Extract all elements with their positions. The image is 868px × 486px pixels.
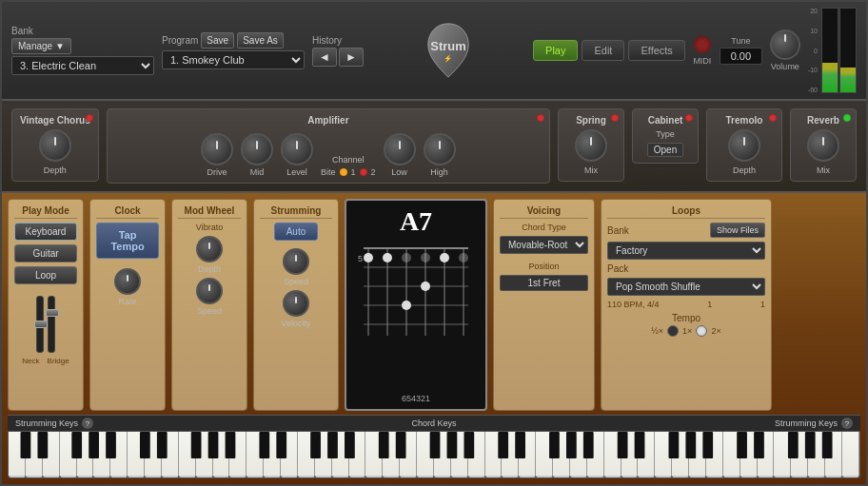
- strumming-keys-right-help[interactable]: ?: [841, 418, 853, 429]
- white-key[interactable]: [196, 432, 213, 477]
- channel-1-light[interactable]: [340, 168, 347, 176]
- bank-select[interactable]: 3. Electric Clean: [11, 56, 154, 75]
- white-key[interactable]: [264, 432, 281, 477]
- white-key[interactable]: [315, 432, 332, 477]
- white-key[interactable]: [706, 432, 723, 477]
- white-key[interactable]: [213, 432, 230, 477]
- white-key[interactable]: [604, 432, 621, 477]
- loop-mode-button[interactable]: Loop: [14, 266, 77, 284]
- program-select[interactable]: 1. Smokey Club: [162, 50, 305, 69]
- white-key[interactable]: [9, 432, 26, 477]
- amp-low-knob[interactable]: [384, 133, 416, 165]
- white-key[interactable]: [740, 432, 758, 477]
- white-key[interactable]: [655, 432, 672, 477]
- neck-slider[interactable]: [36, 296, 44, 353]
- bridge-slider[interactable]: [48, 296, 55, 353]
- reverb-mix-knob[interactable]: [807, 129, 839, 162]
- white-key[interactable]: [774, 432, 791, 477]
- vintage-chorus-depth-knob[interactable]: [39, 129, 71, 162]
- amplifier-power-light[interactable]: [537, 114, 544, 122]
- pack-select[interactable]: Pop Smooth Shuffle: [607, 278, 765, 296]
- chord-type-select[interactable]: Movable-Root: [500, 236, 588, 254]
- white-key[interactable]: [587, 432, 604, 477]
- play-button[interactable]: Play: [533, 40, 578, 61]
- amp-high-knob[interactable]: [424, 133, 456, 165]
- white-key[interactable]: [145, 432, 162, 477]
- white-key[interactable]: [128, 432, 145, 477]
- half-tempo-radio[interactable]: [667, 325, 679, 337]
- amp-mid-knob[interactable]: [241, 133, 273, 165]
- show-files-button[interactable]: Show Files: [710, 223, 765, 238]
- white-key[interactable]: [434, 432, 451, 477]
- white-key[interactable]: [519, 432, 536, 477]
- white-key[interactable]: [365, 432, 383, 477]
- white-key[interactable]: [825, 432, 842, 477]
- white-key[interactable]: [842, 432, 859, 477]
- cabinet-type-value[interactable]: Open: [647, 143, 683, 157]
- white-key[interactable]: [570, 432, 587, 477]
- clock-rate-knob[interactable]: [114, 268, 141, 295]
- tap-tempo-button[interactable]: TapTempo: [96, 223, 159, 259]
- white-key[interactable]: [383, 432, 400, 477]
- white-key[interactable]: [723, 432, 740, 477]
- channel-2-light[interactable]: [360, 168, 367, 176]
- keyboard-mode-button[interactable]: Keyboard: [14, 223, 77, 241]
- white-key[interactable]: [621, 432, 639, 477]
- amp-drive-knob[interactable]: [201, 133, 233, 165]
- edit-button[interactable]: Edit: [582, 40, 624, 61]
- white-key[interactable]: [298, 432, 315, 477]
- cabinet-power-light[interactable]: [685, 114, 693, 122]
- spring-mix-knob[interactable]: [575, 129, 607, 162]
- white-key[interactable]: [162, 432, 179, 477]
- piano-keyboard[interactable]: [8, 431, 860, 478]
- history-back-button[interactable]: ◄: [312, 48, 337, 67]
- white-key[interactable]: [485, 432, 503, 477]
- mod-speed-knob[interactable]: [196, 278, 223, 304]
- white-key[interactable]: [758, 432, 775, 477]
- white-key[interactable]: [536, 432, 553, 477]
- tremolo-depth-knob[interactable]: [728, 129, 760, 162]
- white-key[interactable]: [791, 432, 808, 477]
- loops-bank-select[interactable]: Factory: [607, 242, 765, 260]
- white-key[interactable]: [349, 432, 366, 477]
- white-key[interactable]: [689, 432, 706, 477]
- mod-depth-knob[interactable]: [196, 236, 223, 262]
- manage-button[interactable]: Manage ▼: [11, 38, 71, 54]
- reverb-power-light[interactable]: [843, 114, 851, 122]
- white-key[interactable]: [502, 432, 519, 477]
- white-key[interactable]: [229, 432, 247, 477]
- volume-knob[interactable]: [770, 29, 800, 60]
- white-key[interactable]: [451, 432, 468, 477]
- white-key[interactable]: [110, 432, 128, 477]
- strumming-keys-left-help[interactable]: ?: [82, 418, 93, 429]
- auto-button[interactable]: Auto: [274, 223, 319, 241]
- tune-input[interactable]: [720, 48, 762, 65]
- white-key[interactable]: [332, 432, 349, 477]
- guitar-mode-button[interactable]: Guitar: [14, 244, 77, 262]
- white-key[interactable]: [553, 432, 570, 477]
- white-key[interactable]: [179, 432, 196, 477]
- amp-level-knob[interactable]: [281, 133, 313, 165]
- history-forward-button[interactable]: ►: [339, 48, 364, 67]
- vintage-chorus-power-light[interactable]: [86, 114, 93, 122]
- white-key[interactable]: [400, 432, 417, 477]
- save-button[interactable]: Save: [201, 32, 234, 49]
- spring-power-light[interactable]: [611, 114, 619, 122]
- white-key[interactable]: [77, 432, 94, 477]
- strum-speed-knob[interactable]: [283, 248, 309, 275]
- save-as-button[interactable]: Save As: [237, 32, 284, 49]
- white-key[interactable]: [247, 432, 264, 477]
- white-key[interactable]: [808, 432, 825, 477]
- white-key[interactable]: [93, 432, 110, 477]
- white-key[interactable]: [281, 432, 298, 477]
- white-key[interactable]: [26, 432, 43, 477]
- one-tempo-radio[interactable]: [696, 325, 707, 337]
- tremolo-power-light[interactable]: [769, 114, 777, 122]
- strum-velocity-knob[interactable]: [283, 290, 309, 317]
- white-key[interactable]: [468, 432, 485, 477]
- white-key[interactable]: [672, 432, 689, 477]
- effects-button[interactable]: Effects: [628, 40, 684, 61]
- white-key[interactable]: [60, 432, 77, 477]
- white-key[interactable]: [638, 432, 655, 477]
- white-key[interactable]: [43, 432, 60, 477]
